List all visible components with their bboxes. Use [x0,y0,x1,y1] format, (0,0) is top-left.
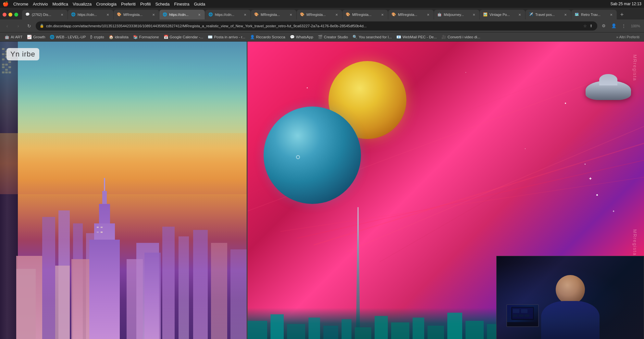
retro-scifi-image: ✦ ✦ [247,42,644,339]
reload-button[interactable]: ↻ [25,21,34,31]
bookmark-web[interactable]: 🌐 WEB - LEVEL-UP [48,34,88,40]
window-close-button[interactable] [3,13,6,17]
bookmark-more-button[interactable]: » Altri Preferiti [614,34,641,40]
tab-favicon-4: 🌐 [163,12,167,17]
tab-close-5[interactable]: ✕ [243,12,247,17]
url-bar[interactable]: 🔒 cdn.discordapp.com/attachments/1013512… [36,21,597,31]
menu-chrome[interactable]: Chrome [13,2,28,6]
apple-menu[interactable]: 🍎 [3,1,9,7]
svg-rect-38 [341,319,352,339]
bookmark-creator-studio[interactable]: 🎬 Creator Studio [316,34,350,40]
window-maximize-button[interactable] [14,13,18,17]
bookmark-growth[interactable]: 📈 Growth [25,34,47,40]
svg-rect-36 [308,318,320,339]
bookmark-formazione[interactable]: 📚 Formazione [131,34,161,40]
bookmark-calendar[interactable]: 📅 Google Calendar -... [162,34,205,40]
webcam-overlay [496,256,644,339]
profile-icon[interactable]: 👤 [609,21,618,31]
tab-close-6[interactable]: ✕ [289,12,293,17]
new-tab-button[interactable]: + [617,10,627,19]
tab-title-12: Travel pos... [535,13,561,17]
nyc-cityscape-image: Yn irbe [0,42,247,339]
tab-9[interactable]: 🎨 MRregista... ✕ [388,10,434,19]
tab-title-6: MRregista... [261,13,287,17]
right-image-panel: ✦ ✦ [247,42,644,339]
tab-2[interactable]: 🌐 https://cdn... ✕ [68,10,113,19]
bookmark-icon-converti: 🎥 [441,35,446,39]
bookmark-icon-idealista: 🏠 [109,35,114,39]
bookmark-ai-art[interactable]: 🤖 AI ART [3,34,24,40]
tab-13[interactable]: 🗺️ Retro Trav... ✕ [571,10,617,19]
tab-5[interactable]: 🌐 https://cdn... ✕ [205,10,251,19]
tab-1[interactable]: 💬 (2762) Dis... ✕ [22,10,68,19]
svg-rect-17 [127,259,143,339]
tab-close-12[interactable]: ✕ [563,12,568,17]
tab-favicon-12: ✈️ [529,12,533,17]
tab-close-10[interactable]: ✕ [472,12,476,17]
bookmark-whatsapp[interactable]: 💬 WhatsApp [288,34,315,40]
menu-guida[interactable]: Guida [194,2,205,6]
tab-4[interactable]: 🌐 https://cdn... ✕ [159,10,205,19]
svg-line-28 [379,109,644,262]
tab-7[interactable]: 🎨 MRregista... ✕ [297,10,342,19]
bookmark-label-ai-art: AI ART [11,35,22,39]
bookmark-posta[interactable]: ✉️ Posta in arrivo - r... [206,34,247,40]
menu-preferiti[interactable]: Preferiti [121,2,136,6]
webcam-ambient [497,256,644,339]
tab-11[interactable]: 🖼️ Vintage Po... ✕ [480,10,525,19]
menu-cronologia[interactable]: Cronologia [96,2,117,6]
star-icon[interactable]: ☆ [583,23,588,29]
bookmark-search[interactable]: 🔍 You searched for l... [351,34,394,40]
bookmark-crypto[interactable]: ₿ crypto [88,34,106,40]
svg-rect-24 [101,232,103,233]
back-button[interactable]: ‹ [3,21,12,31]
window-minimize-button[interactable] [8,13,12,17]
tab-10[interactable]: 🤖 Midjourney... ✕ [434,10,479,19]
tab-8[interactable]: 🎨 MRregista... ✕ [342,10,388,19]
tab-close-3[interactable]: ✕ [151,12,156,17]
menu-visualizza[interactable]: Visualizza [73,2,92,6]
tab-close-2[interactable]: ✕ [105,12,110,17]
extensions-icon[interactable]: ⚙ [599,21,608,31]
tab-close-1[interactable]: ✕ [60,12,64,17]
svg-rect-8 [230,249,247,339]
tab-close-11[interactable]: ✕ [517,12,522,17]
menu-profili[interactable]: Profili [140,2,151,6]
more-options-icon[interactable]: ⋮ [619,21,628,31]
forward-button[interactable]: › [14,21,23,31]
tab-title-8: MRregista... [352,13,378,17]
bookmark-label-web: WEB - LEVEL-UP [56,35,86,39]
share-icon[interactable]: ⬆ [589,23,593,29]
bookmark-idealista[interactable]: 🏠 idealista [107,34,130,40]
tab-close-7[interactable]: ✕ [334,12,339,17]
bookmark-icon-creator: 🎬 [318,35,323,39]
svg-rect-22 [101,227,103,228]
url-bar-icons: ☆ ⬆ [583,23,593,29]
menu-scheda[interactable]: Scheda [155,2,169,6]
svg-rect-20 [55,266,70,339]
tab-close-9[interactable]: ✕ [426,12,430,17]
bookmark-label-calendar: Google Calendar -... [170,35,204,39]
menu-archivio[interactable]: Archivio [33,2,48,6]
bookmark-riccardo[interactable]: 👤 Riccardo Scrocca [248,34,287,40]
menu-modifica[interactable]: Modifica [53,2,68,6]
bookmark-webmail[interactable]: 📧 WebMail PEC - De... [394,34,439,40]
tab-6[interactable]: 🎨 MRregista... ✕ [251,10,296,19]
bookmark-icon-webmail: 📧 [396,35,401,39]
menu-finestra[interactable]: Finestra [174,2,190,6]
tab-close-4[interactable]: ✕ [197,12,202,17]
menu-bar-left: 🍎 Chrome Archivio Modifica Visualizza Cr… [3,1,205,7]
left-image-panel: Yn irbe [0,42,247,339]
svg-line-25 [314,143,644,245]
tab-3[interactable]: 🎨 MRregista... ✕ [114,10,159,19]
svg-rect-18 [144,253,161,339]
tab-close-8[interactable]: ✕ [380,12,385,17]
bookmark-converti[interactable]: 🎥 Converti i video di... [440,34,482,40]
tab-12[interactable]: ✈️ Travel pos... ✕ [526,10,571,19]
tab-close-13[interactable]: ✕ [609,12,613,17]
atmosphere-glow [12,57,234,103]
svg-rect-41 [391,322,409,339]
url-text: cdn.discordapp.com/attachments/101351233… [46,24,579,28]
ufo-spaceship [586,81,631,100]
tab-favicon-5: 🌐 [208,12,213,17]
